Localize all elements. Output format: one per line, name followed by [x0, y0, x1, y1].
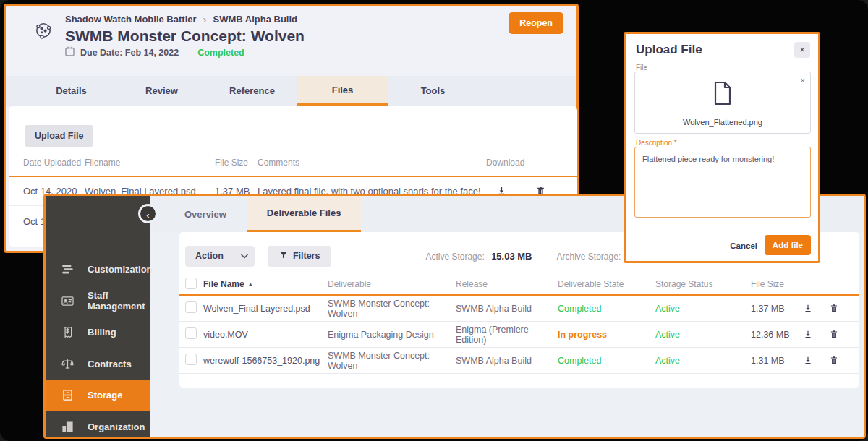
sidebar-label: Organization	[88, 421, 145, 432]
page-title: SWMB Monster Concept: Wolven	[65, 27, 305, 45]
cell-size: 1.37 MB	[751, 304, 801, 314]
row-checkbox[interactable]	[185, 301, 197, 313]
col-filename: Filename	[85, 158, 215, 168]
col-comments: Comments	[258, 158, 486, 168]
tab-tools[interactable]: Tools	[388, 76, 478, 106]
filters-label: Filters	[293, 251, 320, 261]
action-button[interactable]: Action	[185, 246, 255, 267]
storage-stats: Active Storage: 15.03 MB Archive Storage…	[425, 251, 642, 262]
description-textarea[interactable]	[634, 147, 811, 218]
breadcrumb: Shadow Watch Mobile Battler › SWMB Alpha…	[65, 13, 297, 25]
sidebar-collapse-button[interactable]: ‹	[138, 204, 158, 223]
tab-deliverable-files[interactable]: Deliverable Files	[247, 196, 362, 232]
col-file-size: File Size	[215, 158, 258, 168]
col-file-size: File Size	[751, 279, 801, 289]
table-row[interactable]: werewolf-1566753_1920.png SWMB Monster C…	[179, 348, 859, 374]
sidebar-label: Storage	[88, 390, 122, 401]
cell-size: 12.36 MB	[751, 330, 801, 340]
col-deliverable-state: Deliverable State	[558, 279, 655, 289]
download-icon[interactable]	[801, 354, 814, 367]
deliverable-tab-bar: Details Review Reference Files Tools	[6, 76, 576, 106]
trash-icon[interactable]	[827, 301, 841, 315]
file-document-icon	[712, 81, 733, 108]
files-table-header: Date Uploaded Filename File Size Comment…	[9, 153, 571, 173]
cell-size: 1.31 MB	[751, 356, 801, 366]
cell-release: SWMB Alpha Build	[456, 356, 558, 366]
col-deliverable: Deliverable	[328, 279, 456, 289]
table-row[interactable]: Wolven_Final Layered.psd SWMB Monster Co…	[179, 296, 859, 322]
cell-state: In progress	[558, 330, 655, 340]
col-release: Release	[456, 279, 558, 289]
breadcrumb-item-project[interactable]: Shadow Watch Mobile Battler	[65, 14, 197, 25]
row-checkbox[interactable]	[185, 327, 197, 339]
app-logo-icon	[33, 20, 54, 43]
sidebar-item-billing[interactable]: Billing	[46, 317, 150, 348]
cell-state: Completed	[558, 356, 655, 366]
sidebar-item-storage[interactable]: Storage	[46, 380, 150, 411]
download-icon[interactable]	[801, 301, 814, 315]
download-icon[interactable]	[801, 327, 814, 341]
cell-file-name: video.MOV	[203, 330, 328, 340]
cell-deliverable: Enigma Packaging Design	[328, 330, 456, 340]
cell-file-name: werewolf-1566753_1920.png	[203, 356, 328, 366]
active-storage-value: 15.03 MB	[491, 251, 532, 262]
storage-table-header: File Name▲ Deliverable Release Deliverab…	[179, 274, 859, 294]
sidebar-label: Customization	[88, 264, 153, 275]
close-icon[interactable]: ×	[794, 42, 810, 58]
sidebar-label: Contracts	[88, 359, 132, 369]
add-file-button[interactable]: Add file	[765, 235, 811, 255]
due-date-row: Due Date: Feb 14, 2022 Completed	[65, 46, 244, 59]
modal-title: Upload File	[636, 43, 702, 57]
tab-details[interactable]: Details	[26, 76, 116, 106]
col-file-name[interactable]: File Name▲	[203, 279, 328, 289]
tab-overview[interactable]: Overview	[164, 196, 247, 232]
breadcrumb-item-release[interactable]: SWMB Alpha Build	[213, 14, 298, 25]
reopen-button[interactable]: Reopen	[509, 12, 563, 34]
chevron-down-icon[interactable]	[234, 246, 255, 267]
due-date-text: Due Date: Feb 14, 2022	[80, 48, 179, 58]
select-all-checkbox[interactable]	[185, 278, 197, 289]
tab-files[interactable]: Files	[297, 76, 388, 106]
filter-icon	[279, 251, 288, 262]
cell-release: SWMB Alpha Build	[456, 304, 558, 314]
sidebar-item-organization[interactable]: Organization	[46, 411, 150, 441]
chevron-right-icon: ›	[203, 13, 207, 25]
row-checkbox[interactable]	[185, 354, 197, 365]
sidebar-item-customization[interactable]: Customization	[46, 254, 150, 286]
table-row[interactable]: video.MOV Enigma Packaging Design Enigma…	[179, 322, 859, 348]
action-label: Action	[185, 246, 234, 267]
sort-asc-icon: ▲	[248, 281, 253, 286]
sidebar-label: Billing	[88, 327, 116, 338]
cell-deliverable: SWMB Monster Concept: Wolven	[328, 299, 456, 319]
col-date-uploaded: Date Uploaded	[23, 158, 85, 168]
cell-storage-status: Active	[655, 330, 751, 340]
trash-icon[interactable]	[827, 354, 841, 367]
sidebar: Customization Staff Management	[46, 196, 150, 437]
tab-reference[interactable]: Reference	[207, 76, 297, 106]
cancel-button[interactable]: Cancel	[726, 241, 762, 251]
selected-file-name: Wolven_Flattened.png	[635, 118, 810, 127]
screen: Shadow Watch Mobile Battler › SWMB Alpha…	[0, 0, 868, 441]
file-dropzone[interactable]: × Wolven_Flattened.png	[634, 72, 811, 134]
sidebar-item-staff-management[interactable]: Staff Management	[46, 286, 150, 317]
upload-file-button[interactable]: Upload File	[25, 125, 93, 147]
cell-state: Completed	[558, 304, 655, 314]
cell-release: Enigma (Premiere Edition)	[456, 325, 558, 345]
col-download: Download	[486, 158, 534, 168]
upload-file-modal: Upload File × File × Wolven_Flattened.pn…	[624, 32, 820, 263]
sidebar-item-contracts[interactable]: Contracts	[46, 348, 150, 380]
cell-storage-status: Active	[655, 304, 751, 314]
cell-deliverable: SWMB Monster Concept: Wolven	[328, 351, 456, 371]
calendar-icon	[65, 46, 75, 59]
remove-file-icon[interactable]: ×	[799, 74, 807, 86]
col-storage-status: Storage Status	[655, 279, 751, 289]
file-field-label: File	[636, 64, 647, 72]
sidebar-label: Staff Management	[88, 290, 150, 312]
description-label: Description *	[636, 139, 677, 147]
active-storage-label: Active Storage:	[425, 252, 484, 262]
trash-icon[interactable]	[827, 327, 841, 341]
filters-button[interactable]: Filters	[268, 246, 332, 267]
cell-storage-status: Active	[655, 356, 751, 366]
tab-review[interactable]: Review	[116, 76, 207, 106]
cell-file-name: Wolven_Final Layered.psd	[203, 304, 328, 314]
